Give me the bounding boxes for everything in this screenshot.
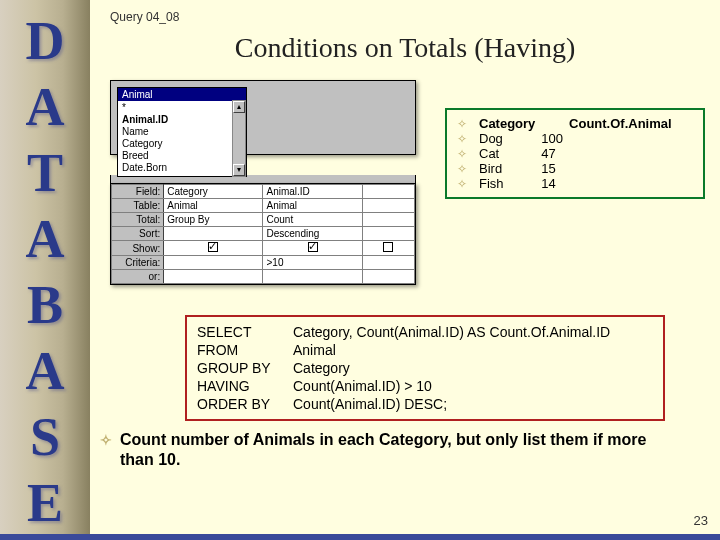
qbe-cell[interactable]: [362, 199, 414, 213]
results-category: Bird: [479, 161, 541, 176]
qbe-cell[interactable]: [362, 256, 414, 270]
query-id: Query 04_08: [90, 0, 720, 24]
sql-panel: SELECTCategory, Count(Animal.ID) AS Coun…: [185, 315, 665, 421]
qbe-row-label: Criteria:: [112, 256, 164, 270]
sidebar-letters: D A T A B A S E: [0, 0, 90, 540]
qbe-row-label: Table:: [112, 199, 164, 213]
qbe-field-item[interactable]: Date.Born: [122, 162, 242, 174]
qbe-show-cell[interactable]: [263, 241, 362, 256]
scrollbar[interactable]: ▴ ▾: [232, 100, 246, 177]
results-category: Cat: [479, 146, 541, 161]
sql-line: GROUP BYCategory: [197, 359, 653, 377]
checkbox-icon[interactable]: [383, 242, 393, 252]
qbe-cell[interactable]: [164, 270, 263, 284]
sql-line: FROMAnimal: [197, 341, 653, 359]
qbe-cell[interactable]: Count: [263, 213, 362, 227]
sidebar-letter: T: [0, 140, 90, 206]
qbe-field-item[interactable]: Name: [122, 126, 242, 138]
results-row: ✧ Dog 100: [457, 131, 678, 146]
qbe-field-list[interactable]: Animal * Animal.ID Name Category Breed D…: [117, 87, 247, 177]
bullet-icon: ✧: [100, 430, 112, 450]
qbe-cell[interactable]: [164, 227, 263, 241]
results-count: 47: [541, 146, 569, 161]
scroll-down-icon[interactable]: ▾: [233, 164, 245, 176]
results-count: 14: [541, 176, 569, 191]
sql-line: HAVINGCount(Animal.ID) > 10: [197, 377, 653, 395]
qbe-cell[interactable]: Animal: [164, 199, 263, 213]
page-title: Conditions on Totals (Having): [90, 32, 720, 64]
qbe-cell[interactable]: [362, 270, 414, 284]
sidebar-letter: E: [0, 470, 90, 536]
qbe-cell[interactable]: >10: [263, 256, 362, 270]
qbe-row-label: or:: [112, 270, 164, 284]
qbe-cell[interactable]: Animal.ID: [263, 185, 362, 199]
qbe-field-item[interactable]: Breed: [122, 150, 242, 162]
qbe-show-cell[interactable]: [362, 241, 414, 256]
qbe-table-source: Animal * Animal.ID Name Category Breed D…: [110, 80, 416, 155]
page-number: 23: [694, 513, 708, 528]
sidebar-letter: B: [0, 272, 90, 338]
bullet-icon: ✧: [457, 177, 473, 191]
bullet-icon: ✧: [457, 117, 473, 131]
qbe-cell[interactable]: [164, 256, 263, 270]
qbe-cell[interactable]: [362, 213, 414, 227]
bottom-accent-bar: [0, 534, 720, 540]
qbe-cell[interactable]: Animal: [263, 199, 362, 213]
results-count: 15: [541, 161, 569, 176]
sql-line: ORDER BYCount(Animal.ID) DESC;: [197, 395, 653, 413]
qbe-cell[interactable]: [362, 227, 414, 241]
sidebar-letter: D: [0, 8, 90, 74]
qbe-cell[interactable]: Category: [164, 185, 263, 199]
qbe-table-name: Animal: [118, 88, 246, 101]
results-header: Count.Of.Animal: [569, 116, 678, 131]
qbe-cell[interactable]: Group By: [164, 213, 263, 227]
qbe-designer: Animal * Animal.ID Name Category Breed D…: [110, 80, 420, 285]
sidebar-letter: A: [0, 338, 90, 404]
results-count: 100: [541, 131, 569, 146]
sidebar-letter: S: [0, 404, 90, 470]
results-row: ✧ Fish 14: [457, 176, 678, 191]
sidebar-letter: A: [0, 206, 90, 272]
scroll-up-icon[interactable]: ▴: [233, 101, 245, 113]
qbe-field-item[interactable]: Category: [122, 138, 242, 150]
qbe-field-item[interactable]: Animal.ID: [122, 114, 242, 126]
qbe-row-label: Sort:: [112, 227, 164, 241]
sidebar-letter: A: [0, 74, 90, 140]
results-row: ✧ Cat 47: [457, 146, 678, 161]
results-header: Category: [479, 116, 541, 131]
bullet-icon: ✧: [457, 162, 473, 176]
qbe-cell[interactable]: [362, 185, 414, 199]
qbe-field-star[interactable]: *: [122, 102, 242, 114]
results-panel: ✧ Category Count.Of.Animal ✧ Dog 100 ✧ C…: [445, 108, 705, 199]
qbe-row-label: Total:: [112, 213, 164, 227]
qbe-grid: Field: Category Animal.ID Table: Animal …: [110, 183, 416, 285]
qbe-row-label: Show:: [112, 241, 164, 256]
bullet-icon: ✧: [457, 147, 473, 161]
qbe-cell[interactable]: [263, 270, 362, 284]
results-header-row: ✧ Category Count.Of.Animal: [457, 116, 678, 131]
results-category: Fish: [479, 176, 541, 191]
qbe-show-cell[interactable]: [164, 241, 263, 256]
summary-text: ✧ Count number of Animals in each Catego…: [100, 430, 680, 470]
results-category: Dog: [479, 131, 541, 146]
bullet-icon: ✧: [457, 132, 473, 146]
checkbox-icon[interactable]: [208, 242, 218, 252]
qbe-cell[interactable]: Descending: [263, 227, 362, 241]
qbe-row-label: Field:: [112, 185, 164, 199]
sql-line: SELECTCategory, Count(Animal.ID) AS Coun…: [197, 323, 653, 341]
results-row: ✧ Bird 15: [457, 161, 678, 176]
checkbox-icon[interactable]: [308, 242, 318, 252]
